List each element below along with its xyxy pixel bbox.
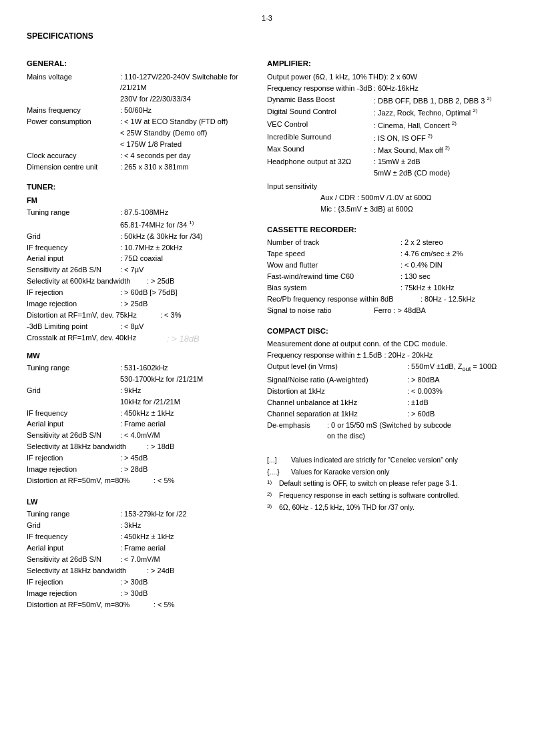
amp-value: : 60Hz-16kHz [374, 83, 507, 94]
cass-value: : 75kHz ± 10kHz [400, 283, 507, 294]
amp-value: : Max Sound, Max off 2) [374, 144, 507, 156]
spec-label: IF frequency [27, 243, 120, 254]
cd-value: : > 60dB [407, 409, 507, 420]
amp-label: Digital Sound Control [267, 107, 374, 119]
spec-label: Selectivity at 18kHz bandwidth [27, 566, 147, 577]
amplifier-title: AMPLIFIER: [267, 58, 507, 69]
cass-value: : < 0.4% DIN [400, 260, 507, 271]
spec-label: Grid [27, 520, 120, 531]
spec-label: Image rejection [27, 299, 120, 310]
fm-subtitle: FM [27, 196, 254, 206]
footnotes: [...] Values indicated are strictly for … [267, 455, 507, 513]
spec-label: Clock accuracy [27, 151, 120, 161]
cass-label: Bias system [267, 283, 400, 294]
spec-value: : < 4.0mV/M [120, 430, 254, 441]
spec-label: Crosstalk at RF=1mV, dev. 40kHz [27, 333, 167, 346]
spec-label: Tuning range [27, 509, 120, 520]
spec-label: Tuning range [27, 363, 120, 374]
spec-value: : > 45dB [120, 453, 254, 464]
spec-value: 230V for /22/30/33/34 [120, 94, 254, 105]
spec-value: : < 4 seconds per day [120, 151, 254, 161]
input-sensitivity-block: Input sensitivity Aux / CDR : 500mV /1.0… [267, 181, 507, 215]
amp-label: Frequency response within -3dB [267, 83, 374, 94]
input-sens-row: Aux / CDR : 500mV /1.0V at 600Ω [267, 193, 507, 204]
cd-label [267, 431, 327, 442]
mw-subtitle: MW [27, 351, 254, 362]
spec-label: IF rejection [27, 288, 120, 298]
amp-value: : IS ON, IS OFF 2) [374, 132, 507, 144]
cd-label: Channel separation at 1kHz [267, 409, 407, 420]
spec-label: Image rejection [27, 464, 120, 475]
spec-value: : < 5% [154, 476, 254, 486]
cd-label: De-emphasis [267, 420, 327, 431]
cd-label: Output level (in Vrms) [267, 362, 407, 374]
spec-value: : Frame aerial [120, 543, 254, 554]
spec-label: Selectivity at 600kHz bandwidth [27, 276, 147, 287]
amp-value: 5mW ± 2dB (CD mode) [374, 168, 507, 179]
spec-value: < 175W 1/8 Prated [120, 139, 254, 150]
amp-label: Headphone output at 32Ω [267, 157, 374, 167]
general-specs: Mains voltage: 110-127V/220-240V Switcha… [27, 72, 254, 172]
spec-label: Grid [27, 386, 120, 396]
spec-label: Distortion at RF=50mV, m=80% [27, 476, 154, 486]
amplifier-specs: Output power (6Ω, 1 kHz, 10% THD): 2 x 6… [267, 72, 507, 179]
spec-value: : 3kHz [120, 520, 254, 531]
footnote-value: Values for Karaoke version only [291, 467, 507, 477]
footnote-value: Default setting is OFF, to switch on ple… [279, 478, 507, 489]
spec-label: Aerial input [27, 543, 120, 554]
footnote-key: {....} [267, 467, 291, 477]
spec-value: : < 3% [160, 310, 254, 321]
spec-value: : < 7µV [120, 265, 254, 276]
cd-value: : > 80dBA [407, 375, 507, 386]
spec-label: IF frequency [27, 408, 120, 419]
footnote-value: 6Ω, 60Hz - 12,5 kHz, 10% THD for /37 onl… [279, 502, 507, 513]
spec-value: : < 5% [154, 600, 254, 611]
amp-value: : 2 x 60W [386, 72, 507, 83]
cd-value: on the disc) [327, 431, 507, 442]
spec-label: Sensitivity at 26dB S/N [27, 265, 120, 276]
spec-value: : > 25dB [147, 276, 254, 287]
spec-label: Mains voltage [27, 72, 120, 93]
spec-label: Aerial input [27, 419, 120, 430]
amp-label: Incredible Surround [267, 132, 374, 144]
spec-value: : 50/60Hz [120, 105, 254, 116]
amp-label: Output power (6Ω, 1 kHz, 10% THD) [267, 72, 386, 83]
footnote-num: 1) [267, 478, 279, 489]
cd-value: : 550mV ±1dB, Zout = 100Ω [407, 362, 507, 374]
spec-label: Sensitivity at 26dB S/N [27, 430, 120, 441]
amp-label: Max Sound [267, 144, 374, 156]
amp-label: VEC Control [267, 119, 374, 131]
cass-value: Ferro : > 48dBA [374, 306, 507, 316]
lw-subtitle: LW [27, 497, 254, 508]
spec-label: IF rejection [27, 453, 120, 464]
spec-label: Distortion at RF=1mV, dev. 75kHz [27, 310, 160, 321]
cd-value: : 0 or 15/50 mS (Switched by subcode [327, 420, 507, 431]
spec-value: : 265 x 310 x 381mm [120, 162, 254, 173]
spec-value: : > 25dB [120, 299, 254, 310]
spec-value: : < 7.0mV/M [120, 554, 254, 565]
spec-value: 65.81-74MHz for /34 1) [120, 219, 254, 231]
spec-label: Grid [27, 232, 120, 242]
cass-value: : 4.76 cm/sec ± 2% [400, 249, 507, 260]
spec-label: Dimension centre unit [27, 162, 120, 173]
spec-value: : 75Ω coaxial [120, 254, 254, 264]
spec-value: 530-1700kHz for /21/21M [120, 374, 254, 385]
spec-label: Power consumption [27, 117, 120, 127]
cass-label: Signal to noise ratio [267, 306, 374, 316]
cd-label: Channel unbalance at 1kHz [267, 398, 407, 408]
spec-label: -3dB Limiting point [27, 322, 120, 332]
spec-value: : > 30dB [120, 589, 254, 599]
spec-value: : Frame aerial [120, 419, 254, 430]
cass-label: Rec/Pb frequency response within 8dB [267, 294, 421, 305]
cd-value: : ±1dB [407, 398, 507, 408]
amp-value: : DBB OFF, DBB 1, DBB 2, DBB 3 2) [374, 95, 507, 107]
spec-value: : < 8µV [120, 322, 254, 332]
input-sens-row: Mic : {3.5mV ± 3dB} at 600Ω [267, 204, 507, 215]
spec-label: Mains frequency [27, 105, 120, 116]
cassette-title: CASSETTE RECORDER: [267, 224, 507, 236]
spec-value: : > 30dB [120, 577, 254, 588]
cd-label: Distortion at 1kHz [267, 386, 407, 397]
footnote-value: Frequency response in each setting is so… [279, 490, 507, 501]
cass-value: : 80Hz - 12.5kHz [421, 294, 507, 305]
spec-label: Tuning range [27, 208, 120, 218]
